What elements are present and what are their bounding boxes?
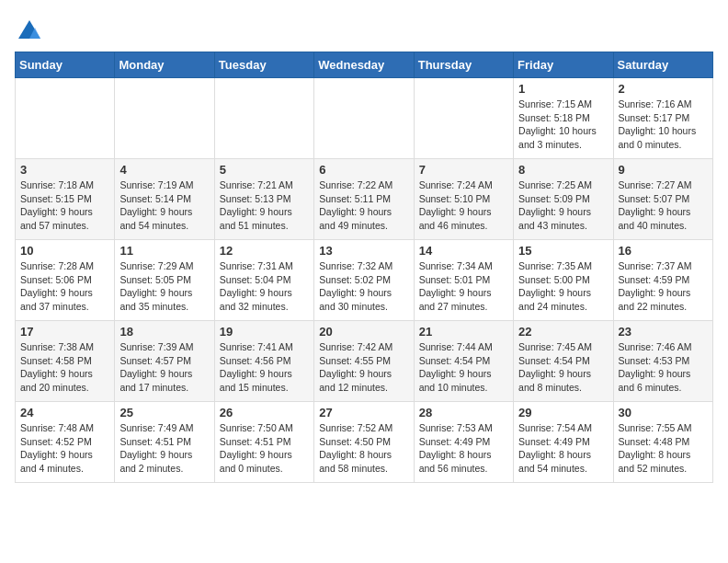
weekday-header-sunday: Sunday <box>16 52 115 78</box>
weekday-header-friday: Friday <box>514 52 613 78</box>
day-cell: 18Sunrise: 7:39 AM Sunset: 4:57 PM Dayli… <box>115 321 214 402</box>
day-cell: 26Sunrise: 7:50 AM Sunset: 4:51 PM Dayli… <box>214 402 313 483</box>
day-number: 27 <box>319 406 408 419</box>
day-number: 23 <box>619 325 708 339</box>
day-info: Sunrise: 7:27 AM Sunset: 5:07 PM Dayligh… <box>619 178 708 233</box>
day-info: Sunrise: 7:38 AM Sunset: 4:58 PM Dayligh… <box>20 340 109 395</box>
day-info: Sunrise: 7:37 AM Sunset: 4:59 PM Dayligh… <box>619 259 708 314</box>
day-info: Sunrise: 7:19 AM Sunset: 5:14 PM Dayligh… <box>119 178 209 233</box>
day-cell: 13Sunrise: 7:32 AM Sunset: 5:02 PM Dayli… <box>314 240 414 321</box>
day-cell <box>16 78 115 159</box>
day-number: 11 <box>119 244 209 258</box>
weekday-header-tuesday: Tuesday <box>214 52 313 78</box>
day-number: 29 <box>518 406 608 419</box>
day-cell: 24Sunrise: 7:48 AM Sunset: 4:52 PM Dayli… <box>16 402 115 483</box>
day-cell: 28Sunrise: 7:53 AM Sunset: 4:49 PM Dayli… <box>414 402 513 483</box>
day-info: Sunrise: 7:52 AM Sunset: 4:50 PM Dayligh… <box>319 421 408 476</box>
day-number: 28 <box>419 406 508 419</box>
day-cell: 29Sunrise: 7:54 AM Sunset: 4:49 PM Dayli… <box>514 402 613 483</box>
week-row-5: 24Sunrise: 7:48 AM Sunset: 4:52 PM Dayli… <box>16 402 713 483</box>
weekday-header-monday: Monday <box>115 52 214 78</box>
week-row-4: 17Sunrise: 7:38 AM Sunset: 4:58 PM Dayli… <box>16 321 713 402</box>
day-cell: 6Sunrise: 7:22 AM Sunset: 5:11 PM Daylig… <box>314 159 414 240</box>
day-number: 5 <box>220 163 309 177</box>
weekday-header-wednesday: Wednesday <box>314 52 414 78</box>
day-number: 7 <box>419 163 508 177</box>
day-info: Sunrise: 7:50 AM Sunset: 4:51 PM Dayligh… <box>220 421 309 476</box>
day-cell: 23Sunrise: 7:46 AM Sunset: 4:53 PM Dayli… <box>613 321 712 402</box>
day-info: Sunrise: 7:42 AM Sunset: 4:55 PM Dayligh… <box>319 340 408 395</box>
day-number: 13 <box>319 244 408 258</box>
day-cell <box>214 78 313 159</box>
day-number: 18 <box>119 325 209 339</box>
day-number: 1 <box>518 82 608 96</box>
day-info: Sunrise: 7:28 AM Sunset: 5:06 PM Dayligh… <box>20 259 109 314</box>
day-info: Sunrise: 7:39 AM Sunset: 4:57 PM Dayligh… <box>119 340 209 395</box>
day-cell: 30Sunrise: 7:55 AM Sunset: 4:48 PM Dayli… <box>613 402 712 483</box>
day-number: 19 <box>220 325 309 339</box>
week-row-2: 3Sunrise: 7:18 AM Sunset: 5:15 PM Daylig… <box>16 159 713 240</box>
day-info: Sunrise: 7:25 AM Sunset: 5:09 PM Dayligh… <box>518 178 608 233</box>
day-cell: 15Sunrise: 7:35 AM Sunset: 5:00 PM Dayli… <box>514 240 613 321</box>
day-number: 24 <box>20 406 109 419</box>
day-number: 10 <box>20 244 109 258</box>
day-cell <box>115 78 214 159</box>
day-cell: 12Sunrise: 7:31 AM Sunset: 5:04 PM Dayli… <box>214 240 313 321</box>
day-number: 22 <box>518 325 608 339</box>
day-cell: 4Sunrise: 7:19 AM Sunset: 5:14 PM Daylig… <box>115 159 214 240</box>
weekday-header-thursday: Thursday <box>414 52 513 78</box>
day-info: Sunrise: 7:31 AM Sunset: 5:04 PM Dayligh… <box>220 259 309 314</box>
day-info: Sunrise: 7:53 AM Sunset: 4:49 PM Dayligh… <box>419 421 508 476</box>
day-number: 17 <box>20 325 109 339</box>
day-number: 2 <box>619 82 708 96</box>
day-number: 30 <box>619 406 708 419</box>
day-info: Sunrise: 7:34 AM Sunset: 5:01 PM Dayligh… <box>419 259 508 314</box>
day-cell: 27Sunrise: 7:52 AM Sunset: 4:50 PM Dayli… <box>314 402 414 483</box>
day-info: Sunrise: 7:45 AM Sunset: 4:54 PM Dayligh… <box>518 340 608 395</box>
day-info: Sunrise: 7:15 AM Sunset: 5:18 PM Dayligh… <box>518 98 608 152</box>
day-number: 12 <box>220 244 309 258</box>
logo-icon <box>17 18 42 44</box>
weekday-header-saturday: Saturday <box>613 52 712 78</box>
day-info: Sunrise: 7:46 AM Sunset: 4:53 PM Dayligh… <box>619 340 708 395</box>
day-number: 3 <box>20 163 109 177</box>
day-info: Sunrise: 7:55 AM Sunset: 4:48 PM Dayligh… <box>619 421 708 476</box>
day-cell: 10Sunrise: 7:28 AM Sunset: 5:06 PM Dayli… <box>16 240 115 321</box>
day-cell: 17Sunrise: 7:38 AM Sunset: 4:58 PM Dayli… <box>16 321 115 402</box>
day-number: 14 <box>419 244 508 258</box>
day-info: Sunrise: 7:35 AM Sunset: 5:00 PM Dayligh… <box>518 259 608 314</box>
day-info: Sunrise: 7:32 AM Sunset: 5:02 PM Dayligh… <box>319 259 408 314</box>
day-cell: 2Sunrise: 7:16 AM Sunset: 5:17 PM Daylig… <box>613 78 712 159</box>
day-number: 25 <box>119 406 209 419</box>
day-cell: 14Sunrise: 7:34 AM Sunset: 5:01 PM Dayli… <box>414 240 513 321</box>
day-info: Sunrise: 7:21 AM Sunset: 5:13 PM Dayligh… <box>220 178 309 233</box>
day-cell: 5Sunrise: 7:21 AM Sunset: 5:13 PM Daylig… <box>214 159 313 240</box>
day-cell <box>314 78 414 159</box>
day-cell <box>414 78 513 159</box>
day-number: 6 <box>319 163 408 177</box>
header <box>15 15 713 44</box>
day-number: 26 <box>220 406 309 419</box>
day-cell: 19Sunrise: 7:41 AM Sunset: 4:56 PM Dayli… <box>214 321 313 402</box>
day-cell: 20Sunrise: 7:42 AM Sunset: 4:55 PM Dayli… <box>314 321 414 402</box>
day-info: Sunrise: 7:54 AM Sunset: 4:49 PM Dayligh… <box>518 421 608 476</box>
day-info: Sunrise: 7:44 AM Sunset: 4:54 PM Dayligh… <box>419 340 508 395</box>
day-info: Sunrise: 7:29 AM Sunset: 5:05 PM Dayligh… <box>119 259 209 314</box>
day-info: Sunrise: 7:48 AM Sunset: 4:52 PM Dayligh… <box>20 421 109 476</box>
day-info: Sunrise: 7:41 AM Sunset: 4:56 PM Dayligh… <box>220 340 309 395</box>
day-number: 15 <box>518 244 608 258</box>
day-cell: 9Sunrise: 7:27 AM Sunset: 5:07 PM Daylig… <box>613 159 712 240</box>
week-row-3: 10Sunrise: 7:28 AM Sunset: 5:06 PM Dayli… <box>16 240 713 321</box>
day-number: 16 <box>619 244 708 258</box>
day-cell: 11Sunrise: 7:29 AM Sunset: 5:05 PM Dayli… <box>115 240 214 321</box>
day-cell: 1Sunrise: 7:15 AM Sunset: 5:18 PM Daylig… <box>514 78 613 159</box>
weekday-header-row: SundayMondayTuesdayWednesdayThursdayFrid… <box>16 52 713 78</box>
calendar: SundayMondayTuesdayWednesdayThursdayFrid… <box>15 52 713 483</box>
logo <box>15 18 42 44</box>
day-cell: 22Sunrise: 7:45 AM Sunset: 4:54 PM Dayli… <box>514 321 613 402</box>
day-number: 4 <box>119 163 209 177</box>
day-info: Sunrise: 7:16 AM Sunset: 5:17 PM Dayligh… <box>619 98 708 152</box>
day-number: 20 <box>319 325 408 339</box>
day-cell: 7Sunrise: 7:24 AM Sunset: 5:10 PM Daylig… <box>414 159 513 240</box>
week-row-1: 1Sunrise: 7:15 AM Sunset: 5:18 PM Daylig… <box>16 78 713 159</box>
